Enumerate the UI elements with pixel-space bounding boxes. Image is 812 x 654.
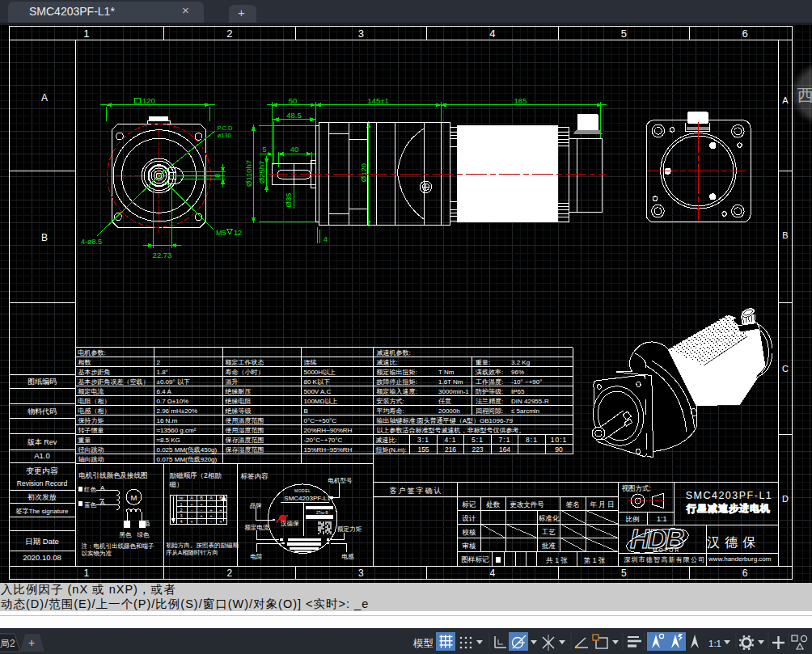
svg-text:164: 164: [499, 445, 510, 454]
svg-text:绝缘电阻: 绝缘电阻: [225, 398, 252, 405]
svg-text:法兰精度:: 法兰精度:: [476, 398, 503, 405]
svg-text:100MΩ以上: 100MΩ以上: [304, 398, 338, 405]
svg-text:≈8.5 KG: ≈8.5 KG: [157, 437, 180, 444]
svg-text:3.2 Kg: 3.2 Kg: [511, 359, 530, 366]
svg-text:保存温度范围: 保存温度范围: [226, 437, 264, 444]
svg-text:3000min-1: 3000min-1: [438, 388, 469, 395]
svg-text:额定工作状态: 额定工作状态: [225, 359, 264, 366]
svg-text:深圳市德智高新有限公司: 深圳市德智高新有限公司: [624, 556, 705, 563]
svg-text:绿色: 绿色: [137, 531, 150, 538]
svg-text:16 N.m: 16 N.m: [157, 417, 178, 424]
svg-text:+: +: [200, 502, 203, 507]
svg-text:励磁顺序（2相励: 励磁顺序（2相励: [170, 471, 222, 479]
svg-text:签名: 签名: [566, 500, 580, 508]
svg-text:磁）: 磁）: [169, 480, 184, 488]
svg-text:DIN 42955-R: DIN 42955-R: [511, 398, 549, 405]
svg-text:输出轴键标准:圆头普通平键（A型）GB1096-79: 输出轴键标准:圆头普通平键（A型）GB1096-79: [377, 416, 514, 424]
svg-text:故障停止扭矩:: 故障停止扭矩:: [377, 378, 417, 386]
svg-text:减速比:: 减速比:: [377, 359, 398, 366]
svg-text:6: 6: [742, 27, 747, 40]
svg-text:工作温度:: 工作温度:: [476, 378, 503, 386]
svg-text:模型: 模型: [412, 638, 433, 649]
svg-text:相数: 相数: [78, 359, 91, 366]
svg-text:-: -: [210, 519, 212, 524]
svg-text:7:1: 7:1: [499, 436, 511, 444]
svg-text:蓝色: 蓝色: [84, 501, 97, 508]
svg-text:96%: 96%: [511, 369, 524, 376]
svg-text:6: 6: [742, 568, 748, 579]
svg-text:标准化: 标准化: [539, 514, 560, 522]
svg-text:-10° ~+90°: -10° ~+90°: [511, 378, 542, 386]
svg-text:重量:: 重量:: [475, 359, 490, 366]
svg-text:扭矩(N.m):: 扭矩(N.m):: [375, 446, 407, 454]
svg-text:使用温度范围: 使用温度范围: [226, 417, 264, 424]
svg-text:+: +: [28, 636, 35, 649]
svg-text:-20°C~+70°C: -20°C~+70°C: [304, 437, 343, 444]
svg-text:1: 1: [180, 502, 182, 507]
svg-text:5: 5: [621, 568, 627, 579]
svg-text:№: №: [179, 496, 183, 500]
svg-text:A: A: [209, 496, 213, 500]
svg-text:48.5: 48.5: [286, 111, 302, 120]
svg-text:12: 12: [234, 229, 242, 237]
svg-text:基本步距角: 基本步距角: [78, 369, 111, 376]
svg-text:C: C: [782, 364, 789, 373]
svg-text:汉德保: 汉德保: [281, 520, 299, 527]
svg-text:20000h: 20000h: [438, 407, 460, 415]
svg-text:温升: 温升: [226, 378, 239, 386]
svg-text:批准: 批准: [541, 542, 556, 550]
svg-text:绝缘耐压: 绝缘耐压: [225, 388, 252, 395]
svg-text:1:1: 1:1: [708, 639, 721, 648]
svg-text:物料代码: 物料代码: [27, 407, 57, 416]
svg-text:回程间隙:: 回程间隙:: [476, 407, 503, 415]
svg-text:www.handerburg.com: www.handerburg.com: [708, 555, 772, 563]
svg-text:额定电流: 额定电流: [78, 388, 104, 395]
svg-text:以实物为准: 以实物为准: [82, 550, 112, 557]
svg-text:2: 2: [226, 568, 232, 579]
svg-text:ø130: ø130: [218, 132, 231, 139]
svg-text:B: B: [219, 496, 222, 500]
svg-text:8: 8: [214, 174, 222, 178]
svg-text:4: 4: [489, 27, 495, 40]
svg-text:设计: 设计: [462, 514, 476, 522]
svg-text:6.4 A: 6.4 A: [157, 388, 172, 395]
svg-text:B: B: [782, 230, 788, 240]
svg-text:更改文件号: 更改文件号: [510, 500, 544, 508]
svg-text:标记: 标记: [462, 500, 476, 508]
svg-text:电感（相）: 电感（相）: [78, 407, 111, 415]
svg-text:保存湿度范围: 保存湿度范围: [226, 446, 264, 454]
svg-text:≈13560 g.cm²: ≈13560 g.cm²: [157, 427, 197, 434]
svg-text:-: -: [191, 508, 192, 513]
svg-text:-: -: [220, 502, 222, 507]
svg-text:审核: 审核: [462, 542, 476, 550]
svg-text:185: 185: [514, 96, 527, 105]
svg-text:红色: 红色: [83, 486, 97, 493]
svg-text:2020.10.08: 2020.10.08: [23, 553, 61, 562]
svg-text:初次发放: 初次发放: [27, 493, 57, 501]
svg-text:B: B: [304, 407, 308, 415]
svg-text:Ø35: Ø35: [284, 193, 293, 208]
svg-text:工艺: 工艺: [541, 528, 556, 536]
svg-text:1: 1: [83, 27, 89, 40]
svg-text:1.6T Nm: 1.6T Nm: [438, 378, 463, 386]
svg-text:寿命（小时）: 寿命（小时）: [225, 369, 264, 376]
svg-text:校核: 校核: [462, 528, 476, 536]
svg-text:保持力矩: 保持力矩: [78, 417, 104, 424]
svg-text:M: M: [131, 493, 137, 502]
svg-text:Ø120: Ø120: [359, 163, 368, 182]
svg-text:-: -: [201, 508, 202, 513]
svg-text:223: 223: [472, 445, 483, 454]
svg-text:连续: 连续: [304, 359, 317, 366]
svg-text:1:1: 1:1: [657, 515, 667, 523]
svg-text:1.8°: 1.8°: [157, 369, 168, 376]
svg-text:序从A相随时针方向: 序从A相随时针方向: [166, 549, 218, 556]
svg-text:MOTOR: MOTOR: [653, 547, 680, 553]
svg-text:绝缘等级: 绝缘等级: [225, 407, 252, 415]
svg-text:2: 2: [157, 359, 161, 366]
svg-text:平均寿命:: 平均寿命:: [377, 407, 404, 415]
svg-text:使用湿度范围: 使用湿度范围: [226, 427, 264, 434]
svg-text:基本步距角误差（空载）: 基本步距角误差（空载）: [78, 378, 150, 386]
svg-text:局2: 局2: [0, 638, 15, 649]
svg-text:减速比:: 减速比:: [376, 437, 397, 444]
svg-text:A1.0: A1.0: [34, 451, 50, 460]
